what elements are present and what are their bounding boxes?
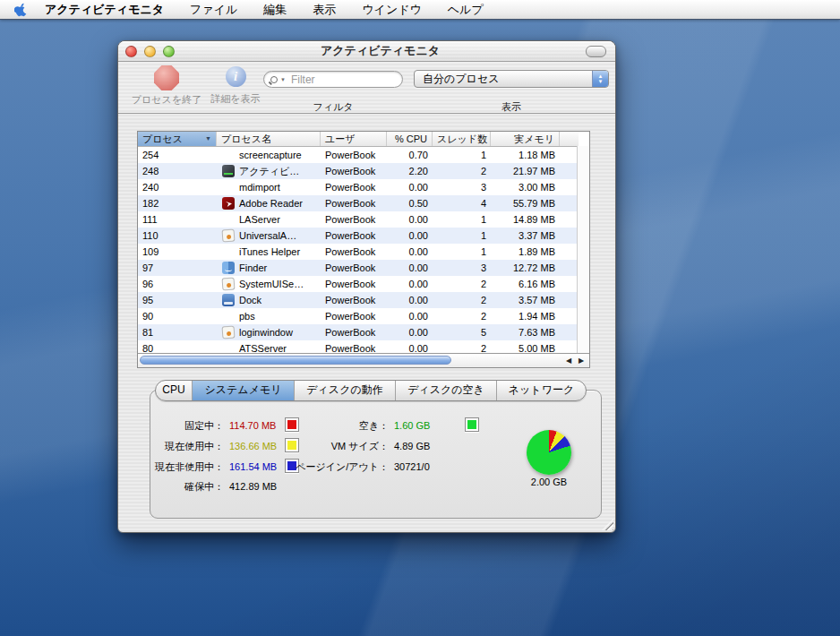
memory-total-label: 2.00 GB: [513, 477, 585, 487]
cell-cpu: 0.50: [387, 195, 433, 211]
stop-octagon-icon: [154, 65, 179, 90]
menu-item-help[interactable]: ヘルプ: [448, 2, 484, 18]
table-row[interactable]: 111 LAServer PowerBook 0.00 1 14.89 MB: [138, 211, 579, 228]
filter-search-field[interactable]: ▼: [263, 71, 403, 88]
show-label-wrap: 表示: [414, 98, 609, 114]
show-popup-button[interactable]: 自分のプロセス ▲▼: [414, 70, 609, 88]
quit-process-button[interactable]: プロセスを終了: [125, 65, 208, 107]
table-row[interactable]: 110 UniversalA… PowerBook 0.00 1 3.37 MB: [138, 228, 579, 244]
cell-name: Dock: [217, 292, 321, 308]
cell-memory: 1.94 MB: [491, 308, 560, 324]
free-value: 1.60 GB: [394, 418, 430, 433]
zoom-button[interactable]: [163, 46, 175, 57]
used-value: 412.89 MB: [229, 479, 277, 494]
cell-memory: 3.00 MB: [491, 179, 560, 195]
table-row[interactable]: 97 Finder PowerBook 0.00 3 12.72 MB: [138, 260, 579, 276]
stats-group-box: 固定中： 114.70 MB 空き： 1.60 GB 現在使用中： 136.66…: [150, 390, 602, 519]
column-header-cpu[interactable]: % CPU: [387, 132, 433, 146]
scroll-right-arrow-icon[interactable]: ▶: [575, 357, 587, 365]
column-header-process-name[interactable]: プロセス名: [217, 132, 321, 146]
table-row[interactable]: 109 iTunes Helper PowerBook 0.00 1 1.89 …: [138, 244, 579, 260]
resize-grip[interactable]: [602, 519, 613, 530]
cell-pid: 90: [138, 308, 217, 324]
page-io-value: 30721/0: [394, 460, 430, 474]
filter-input[interactable]: [289, 73, 391, 87]
cell-cpu: 0.00: [387, 324, 433, 340]
generic-app-icon: [222, 229, 236, 243]
menu-item-file[interactable]: ファイル: [190, 2, 237, 18]
cell-memory: 6.16 MB: [491, 276, 560, 292]
horizontal-scrollbar-thumb[interactable]: [140, 356, 451, 365]
cell-name: loginwindow: [217, 324, 321, 340]
table-row[interactable]: 248 アクティビ… PowerBook 2.20 2 21.97 MB: [138, 163, 579, 179]
cell-memory: 21.97 MB: [491, 163, 560, 179]
title-bar[interactable]: アクティビティモニタ: [118, 41, 615, 62]
tab-disk-usage[interactable]: ディスクの空き: [396, 381, 497, 400]
column-header-user[interactable]: ユーザ: [321, 132, 387, 146]
cell-name: iTunes Helper: [217, 244, 321, 260]
cell-memory: 55.79 MB: [491, 195, 560, 211]
inspect-label: 詳細を表示: [208, 92, 263, 106]
cell-name: screencapture: [217, 147, 321, 163]
table-row[interactable]: 254 screencapture PowerBook 0.70 1 1.18 …: [138, 147, 579, 163]
cell-memory: 12.72 MB: [491, 260, 560, 276]
table-row[interactable]: 182 Adobe Reader PowerBook 0.50 4 55.79 …: [138, 195, 579, 211]
menu-item-edit[interactable]: 編集: [263, 2, 287, 18]
menu-bar: アクティビティモニタ ファイル 編集 表示 ウインドウ ヘルプ: [0, 0, 840, 20]
tab-cpu[interactable]: CPU: [156, 381, 193, 400]
cell-threads: 4: [433, 195, 491, 211]
cell-memory: 14.89 MB: [491, 211, 560, 228]
menu-item-view[interactable]: 表示: [313, 2, 336, 18]
column-header-memory[interactable]: 実メモリ: [491, 132, 560, 146]
tab-network[interactable]: ネットワーク: [497, 381, 586, 400]
toolbar-toggle-button[interactable]: [586, 46, 606, 57]
cell-cpu: 0.00: [387, 292, 433, 308]
generic-app-icon: [222, 278, 236, 291]
scroll-left-arrow-icon[interactable]: ◀: [562, 357, 575, 365]
search-icon: [270, 76, 278, 83]
cell-memory: 3.57 MB: [491, 292, 560, 308]
info-icon: i: [226, 66, 246, 87]
cell-user: PowerBook: [321, 276, 387, 292]
app-menu-title[interactable]: アクティビティモニタ: [45, 2, 164, 18]
show-popup-value: 自分のプロセス: [415, 72, 592, 87]
table-header-row: プロセス▼ プロセス名 ユーザ % CPU スレッド数 実メモリ: [138, 132, 579, 147]
cell-user: PowerBook: [321, 308, 387, 324]
cell-user: PowerBook: [321, 147, 387, 163]
stats-tab-bar: CPU システムメモリ ディスクの動作 ディスクの空き ネットワーク: [155, 380, 587, 401]
cell-pid: 254: [138, 147, 217, 163]
close-button[interactable]: [125, 46, 137, 57]
cell-pid: 182: [138, 195, 217, 211]
cell-threads: 2: [433, 308, 491, 324]
table-row[interactable]: 240 mdimport PowerBook 0.00 3 3.00 MB: [138, 179, 579, 195]
minimize-button[interactable]: [144, 46, 156, 57]
vertical-scrollbar[interactable]: [577, 146, 589, 354]
column-header-threads[interactable]: スレッド数: [433, 132, 491, 146]
finder-icon: [222, 262, 235, 274]
menu-item-window[interactable]: ウインドウ: [362, 2, 422, 18]
cell-pid: 248: [138, 163, 217, 179]
show-label: 表示: [501, 101, 521, 112]
cell-user: PowerBook: [321, 260, 387, 276]
inspect-button[interactable]: i 詳細を表示: [208, 64, 263, 106]
search-scope-chevron-icon: ▼: [280, 77, 286, 82]
activity-monitor-window: アクティビティモニタ プロセスを終了 i 詳細を表示 ▼ フィルタ 自分のプロセ…: [117, 40, 616, 533]
horizontal-scrollbar[interactable]: ◀ ▶: [138, 353, 589, 367]
table-row[interactable]: 95 Dock PowerBook 0.00 2 3.57 MB: [138, 292, 579, 308]
tab-disk-activity[interactable]: ディスクの動作: [295, 381, 396, 400]
table-row[interactable]: 96 SystemUISe… PowerBook 0.00 2 6.16 MB: [138, 276, 579, 292]
tab-system-memory[interactable]: システムメモリ: [193, 381, 295, 400]
cell-threads: 2: [433, 292, 491, 308]
cell-name: pbs: [217, 308, 321, 324]
apple-menu-icon[interactable]: [14, 3, 28, 17]
cell-pid: 111: [138, 211, 217, 228]
table-row[interactable]: 81 loginwindow PowerBook 0.00 5 7.63 MB: [138, 324, 579, 340]
table-row[interactable]: 90 pbs PowerBook 0.00 2 1.94 MB: [138, 308, 579, 324]
cell-threads: 5: [433, 324, 491, 340]
wired-label: 固定中：: [154, 418, 224, 433]
column-header-process[interactable]: プロセス▼: [138, 132, 217, 146]
cell-user: PowerBook: [321, 228, 387, 244]
cell-cpu: 0.00: [387, 308, 433, 324]
cell-name: Finder: [217, 260, 321, 276]
cell-user: PowerBook: [321, 179, 387, 195]
